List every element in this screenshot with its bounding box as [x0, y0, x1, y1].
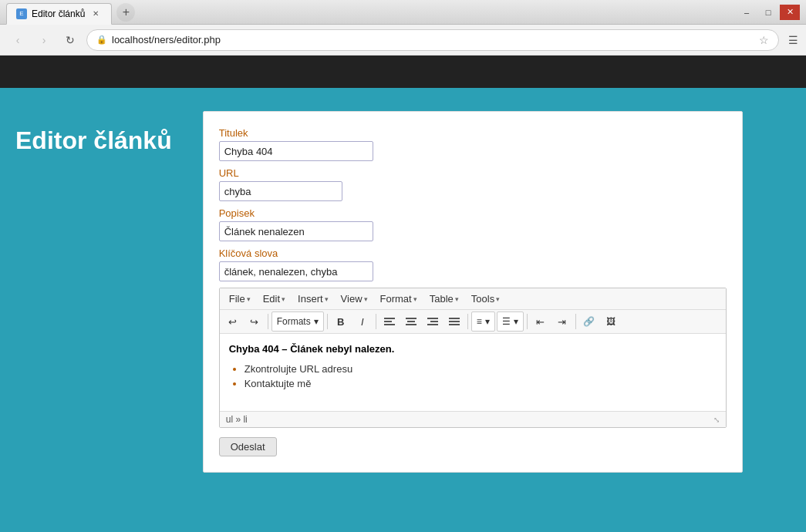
separator-5 [527, 314, 528, 329]
redo-icon: ↪ [250, 316, 258, 328]
align-justify-icon [449, 318, 460, 325]
menu-insert[interactable]: Insert ▾ [292, 290, 335, 308]
file-arrow-icon: ▾ [247, 295, 251, 303]
editor-list: Zkontrolujte URL adresu Kontaktujte mě [244, 362, 717, 392]
address-bar: ‹ › ↻ 🔒 localhost/ners/editor.php ☆ ☰ [0, 25, 806, 56]
minimize-button[interactable]: – [737, 5, 757, 20]
menu-format[interactable]: Format ▾ [374, 290, 423, 308]
window-controls: – □ ✕ [737, 5, 800, 20]
url-text: localhost/ners/editor.php [112, 34, 754, 45]
align-right-button[interactable] [423, 311, 443, 332]
indent-icon: ⇥ [558, 316, 566, 328]
editor-path: ul » li [226, 414, 248, 425]
menu-tools[interactable]: Tools ▾ [465, 290, 506, 308]
separator-2 [327, 314, 328, 329]
undo-button[interactable]: ↩ [223, 311, 243, 332]
menu-bar: File ▾ Edit ▾ Insert ▾ View ▾ [220, 288, 726, 310]
numbered-list-button[interactable]: ☰ ▾ [497, 311, 524, 332]
lock-icon: 🔒 [96, 35, 107, 45]
back-button[interactable]: ‹ [8, 30, 28, 50]
toolbar-row: ↩ ↪ Formats ▾ B I [220, 310, 726, 334]
view-arrow-icon: ▾ [364, 295, 368, 303]
tab-favicon: E [16, 8, 27, 19]
bullet-list-icon: ≡ [477, 316, 482, 327]
maximize-button[interactable]: □ [758, 5, 778, 20]
editor-statusbar: ul » li ⤡ [220, 411, 726, 427]
url-input[interactable] [219, 181, 342, 201]
numbered-list-arrow-icon: ▾ [514, 316, 518, 327]
forward-button[interactable]: › [34, 30, 54, 50]
separator-4 [467, 314, 468, 329]
bullet-list-arrow-icon: ▾ [485, 316, 490, 327]
outdent-button[interactable]: ⇤ [531, 311, 551, 332]
editor-panel: Titulek URL Popisek Klíčová slova File ▾… [203, 111, 743, 473]
formats-dropdown[interactable]: Formats ▾ [271, 311, 324, 332]
editor-content-area[interactable]: Chyba 404 – Článek nebyl nalezen. Zkontr… [220, 334, 726, 411]
url-bar[interactable]: 🔒 localhost/ners/editor.php ☆ [86, 29, 779, 51]
klicova-slova-label: Klíčová slova [219, 247, 727, 259]
outdent-icon: ⇤ [536, 316, 545, 328]
menu-file[interactable]: File ▾ [223, 290, 257, 308]
image-icon: 🖼 [606, 316, 615, 327]
align-left-icon [384, 318, 395, 325]
reload-button[interactable]: ↻ [60, 30, 80, 50]
tinymce-editor: File ▾ Edit ▾ Insert ▾ View ▾ [219, 288, 727, 428]
italic-icon: I [361, 316, 364, 328]
align-left-button[interactable] [379, 311, 400, 332]
title-bar: E Editor článků ✕ + – □ ✕ [0, 0, 806, 25]
bold-icon: B [337, 316, 344, 328]
list-item-1: Zkontrolujte URL adresu [244, 362, 717, 377]
page-title: Editor článků [15, 126, 172, 155]
image-button[interactable]: 🖼 [601, 311, 621, 332]
format-arrow-icon: ▾ [413, 295, 417, 303]
bold-button[interactable]: B [331, 311, 351, 332]
editor-heading: Chyba 404 – Článek nebyl nalezen. [229, 342, 717, 357]
formats-arrow-icon: ▾ [314, 316, 319, 327]
close-button[interactable]: ✕ [780, 5, 800, 20]
numbered-list-icon: ☰ [502, 316, 511, 327]
popisek-label: Popisek [219, 207, 727, 219]
tools-arrow-icon: ▾ [496, 295, 500, 303]
klicova-slova-input[interactable] [219, 261, 373, 281]
indent-button[interactable]: ⇥ [552, 311, 572, 332]
edit-arrow-icon: ▾ [282, 295, 285, 303]
tab-label: Editor článků [32, 8, 85, 19]
formats-label: Formats [277, 316, 311, 327]
popisek-input[interactable] [219, 221, 373, 241]
list-item-2: Kontaktujte mě [244, 376, 717, 392]
link-icon: 🔗 [583, 316, 595, 327]
italic-button[interactable]: I [352, 311, 373, 332]
redo-button[interactable]: ↪ [244, 311, 265, 332]
resize-handle-icon: ⤡ [713, 416, 720, 424]
menu-table[interactable]: Table ▾ [423, 290, 465, 308]
window-frame: E Editor článků ✕ + – □ ✕ ‹ › ↻ 🔒 localh… [0, 0, 806, 532]
menu-edit[interactable]: Edit ▾ [257, 290, 292, 308]
separator-6 [575, 314, 576, 329]
browser-tab[interactable]: E Editor článků ✕ [6, 3, 112, 25]
align-justify-button[interactable] [444, 311, 464, 332]
link-button[interactable]: 🔗 [579, 311, 599, 332]
bullet-list-button[interactable]: ≡ ▾ [471, 311, 495, 332]
align-right-icon [427, 318, 438, 325]
align-center-button[interactable] [401, 311, 421, 332]
undo-icon: ↩ [228, 316, 237, 328]
bookmark-star-icon[interactable]: ☆ [759, 34, 769, 46]
content-area: Editor článků Titulek URL Popisek Klíčov… [0, 88, 806, 532]
menu-view[interactable]: View ▾ [335, 290, 374, 308]
align-center-icon [406, 318, 416, 325]
submit-button[interactable]: Odeslat [219, 437, 277, 456]
insert-arrow-icon: ▾ [325, 295, 329, 303]
tab-close-button[interactable]: ✕ [89, 8, 102, 20]
new-tab-button[interactable]: + [116, 3, 135, 22]
separator-3 [376, 314, 376, 329]
browser-menu-icon[interactable]: ☰ [788, 34, 798, 46]
table-arrow-icon: ▾ [455, 295, 459, 303]
url-label: URL [219, 167, 727, 179]
separator-1 [268, 314, 268, 329]
titulek-input[interactable] [219, 141, 373, 161]
titulek-label: Titulek [219, 127, 727, 139]
app-header [0, 56, 806, 88]
